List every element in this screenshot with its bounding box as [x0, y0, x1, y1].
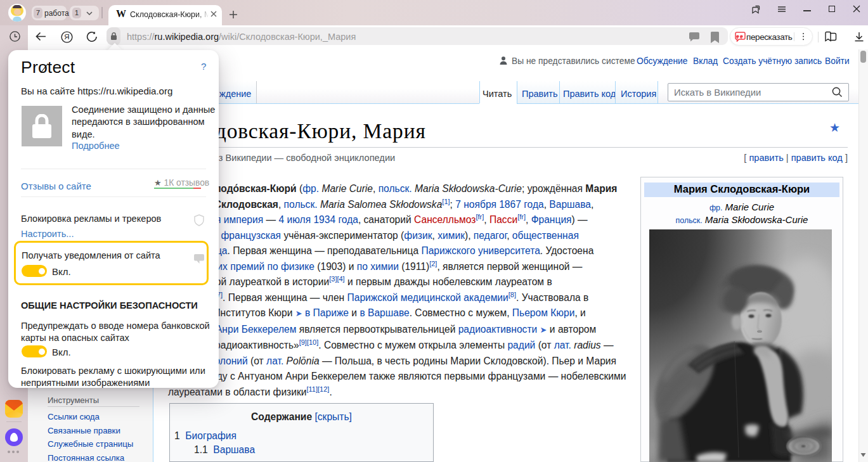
- svg-text:Я: Я: [64, 33, 69, 41]
